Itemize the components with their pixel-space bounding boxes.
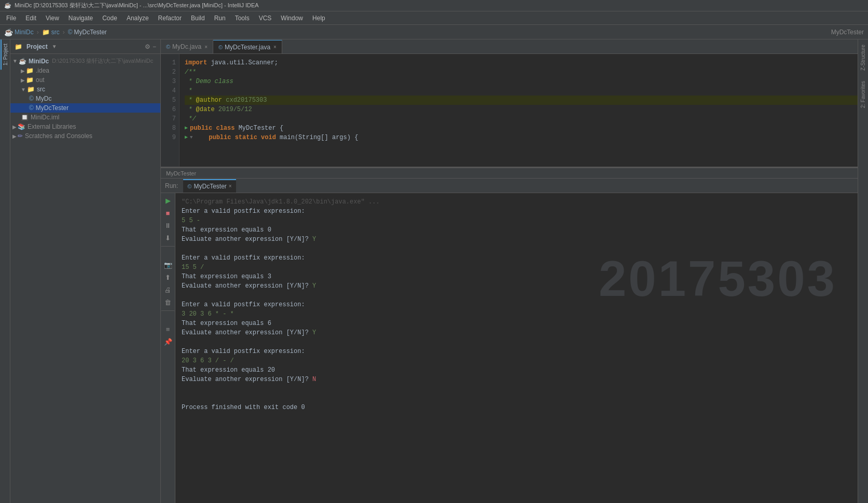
menu-item-vcs[interactable]: VCS bbox=[255, 13, 276, 23]
tab-mydctester-java[interactable]: © MyDcTester.java × bbox=[213, 40, 282, 53]
tree-label-src: src bbox=[37, 86, 45, 93]
console-line-16: Enter a valid postfix expression: bbox=[182, 347, 862, 356]
menubar: FileEditViewNavigateCodeAnalyzeRefactorB… bbox=[0, 11, 868, 25]
menu-item-analyze[interactable]: Analyze bbox=[122, 13, 153, 23]
fold-icon-9[interactable]: ▼ bbox=[190, 133, 192, 142]
tree-item-extlibs[interactable]: ▶ 📚 External Libraries bbox=[10, 122, 160, 131]
console-tab-mydctester[interactable]: © MyDcTester × bbox=[183, 179, 236, 193]
arrow-out: ▶ bbox=[21, 77, 25, 83]
run-label: Run: bbox=[165, 182, 178, 189]
tree-item-src[interactable]: ▼ 📁 src bbox=[10, 85, 160, 94]
method-breadcrumb: MyDcTester bbox=[161, 168, 868, 179]
print-button[interactable]: 🖨 bbox=[163, 284, 173, 295]
console-line-19: Evaluate another expression [Y/N]? N bbox=[182, 375, 862, 384]
tree-item-idea[interactable]: ▶ 📁 .idea bbox=[10, 66, 160, 75]
extlibs-icon: 📚 bbox=[18, 123, 25, 130]
console-line-9: Evaluate another expression [Y/N]? Y bbox=[182, 281, 862, 291]
tab-mydc-java[interactable]: © MyDc.java × bbox=[161, 40, 213, 53]
run-button[interactable]: ▶ bbox=[163, 195, 173, 206]
tree-label-out: out bbox=[36, 76, 45, 84]
console-line-21 bbox=[182, 393, 862, 403]
project-header-icons: ⚙ − bbox=[145, 43, 156, 50]
console-line-11: Enter a valid postfix expression: bbox=[182, 300, 862, 309]
move-up-button[interactable]: ⬆ bbox=[163, 272, 173, 282]
project-tree: ▼ ☕ MiniDc D:\20175303 柴轩达\大二下\java\Mini… bbox=[10, 54, 160, 503]
arrow-extlibs: ▶ bbox=[12, 124, 17, 130]
menu-item-view[interactable]: View bbox=[42, 13, 63, 23]
project-vtab[interactable]: 1: Project bbox=[1, 39, 9, 70]
tree-item-mydctester[interactable]: © MyDcTester bbox=[10, 103, 160, 113]
console-toolbar: Run: © MyDcTester × bbox=[161, 179, 868, 193]
close-tab-mydctester[interactable]: × bbox=[273, 44, 277, 50]
menu-item-tools[interactable]: Tools bbox=[231, 13, 254, 23]
project-dropdown-icon[interactable]: ▼ bbox=[52, 44, 57, 49]
run-icon-9[interactable]: ▶ bbox=[185, 133, 188, 142]
console-line-4: Evaluate another expression [Y/N]? Y bbox=[182, 235, 862, 244]
tree-label-extlibs: External Libraries bbox=[27, 123, 76, 130]
favorites-vtab[interactable]: 2: Favorites bbox=[859, 76, 867, 113]
arrow-src: ▼ bbox=[21, 87, 26, 92]
tree-item-out[interactable]: ▶ 📁 out bbox=[10, 75, 160, 85]
pause-button[interactable]: ⏸ bbox=[163, 220, 173, 230]
tree-item-minidc[interactable]: ▼ ☕ MiniDc D:\20175303 柴轩达\大二下\java\Mini… bbox=[10, 56, 160, 66]
menu-item-code[interactable]: Code bbox=[98, 13, 121, 23]
minus-icon[interactable]: − bbox=[153, 43, 156, 50]
z-structure-vtab[interactable]: Z-Structure bbox=[859, 39, 867, 76]
tab-label-mydctester: MyDcTester.java bbox=[225, 44, 270, 51]
pin-button[interactable]: 📌 bbox=[163, 336, 173, 347]
breadcrumb-src[interactable]: 📁 src bbox=[42, 29, 60, 36]
console-tab-icon: © bbox=[187, 183, 191, 189]
console-tab-label: MyDcTester bbox=[194, 183, 226, 190]
tree-item-iml[interactable]: 🔲 MiniDc.iml bbox=[10, 113, 160, 122]
editor-area: © MyDc.java × © MyDcTester.java × 12345 … bbox=[161, 39, 868, 503]
close-tab-mydc[interactable]: × bbox=[204, 44, 208, 50]
project-panel: 📁 Project ▼ ⚙ − ▼ ☕ MiniDc D:\20175303 柴… bbox=[10, 39, 161, 503]
console-line-8: That expression equals 3 bbox=[182, 272, 862, 281]
breadcrumb-sep2: › bbox=[63, 29, 65, 36]
breadcrumb-class[interactable]: © MyDcTester bbox=[68, 29, 107, 36]
menu-item-window[interactable]: Window bbox=[277, 13, 307, 23]
run-icon-8[interactable]: ▶ bbox=[185, 124, 188, 133]
tree-item-scratches[interactable]: ▶ ✏ Scratches and Consoles bbox=[10, 131, 160, 141]
console-line-13: That expression equals 6 bbox=[182, 319, 862, 328]
console-line-15 bbox=[182, 337, 862, 347]
menu-item-build[interactable]: Build bbox=[187, 13, 209, 23]
minidc-icon: ☕ bbox=[4, 28, 13, 36]
editor-tabs: © MyDc.java × © MyDcTester.java × bbox=[161, 39, 868, 54]
right-vtab-strip: Z-Structure 2: Favorites bbox=[858, 39, 868, 503]
console-line-0: "C:\Program Files\Java\jdk1.8.0_202\bin\… bbox=[182, 197, 862, 207]
console-line-7: 15 5 / bbox=[182, 263, 862, 272]
gear-icon[interactable]: ⚙ bbox=[145, 43, 150, 50]
out-icon: 📁 bbox=[26, 76, 34, 84]
code-line-7: */ bbox=[185, 114, 863, 124]
code-line-9: ▶ ▼ public static void main(String[] arg… bbox=[185, 133, 863, 142]
stop-button[interactable]: ■ bbox=[163, 208, 173, 218]
console-panel: Run: © MyDcTester × ▶ ■ ⏸ ⬇ � bbox=[161, 179, 868, 503]
iml-icon: 🔲 bbox=[21, 114, 29, 121]
keyword-import: import bbox=[185, 58, 207, 67]
console-output: "C:\Program Files\Java\jdk1.8.0_202\bin\… bbox=[175, 193, 868, 503]
close-console-tab[interactable]: × bbox=[229, 183, 232, 189]
list-button[interactable]: ≡ bbox=[163, 324, 173, 334]
code-line-5: * @author cxd20175303 bbox=[185, 96, 863, 105]
screenshot-button[interactable]: 📷 bbox=[163, 260, 173, 270]
toolbar-right-tab: MyDcTester bbox=[831, 29, 864, 36]
menu-item-edit[interactable]: Edit bbox=[21, 13, 40, 23]
menu-item-help[interactable]: Help bbox=[308, 13, 329, 23]
menu-item-refactor[interactable]: Refactor bbox=[154, 13, 186, 23]
code-line-4: * bbox=[185, 86, 863, 96]
mydc-java-icon: © bbox=[29, 95, 34, 102]
method-bc-label: MyDcTester bbox=[166, 170, 196, 176]
console-line-14: Evaluate another expression [Y/N]? Y bbox=[182, 328, 862, 337]
menu-item-file[interactable]: File bbox=[2, 13, 20, 23]
menu-item-run[interactable]: Run bbox=[210, 13, 230, 23]
console-line-3: That expression equals 0 bbox=[182, 225, 862, 235]
scroll-down-button[interactable]: ⬇ bbox=[163, 233, 173, 243]
tree-item-mydc[interactable]: © MyDc bbox=[10, 94, 160, 103]
tree-label-iml: MiniDc.iml bbox=[31, 114, 59, 121]
tree-path-minidc: D:\20175303 柴轩达\大二下\java\MiniDc bbox=[52, 57, 153, 65]
breadcrumb-minidc[interactable]: ☕ MiniDc bbox=[4, 28, 34, 36]
console-line-20 bbox=[182, 384, 862, 393]
delete-button[interactable]: 🗑 bbox=[163, 297, 173, 307]
menu-item-navigate[interactable]: Navigate bbox=[64, 13, 97, 23]
